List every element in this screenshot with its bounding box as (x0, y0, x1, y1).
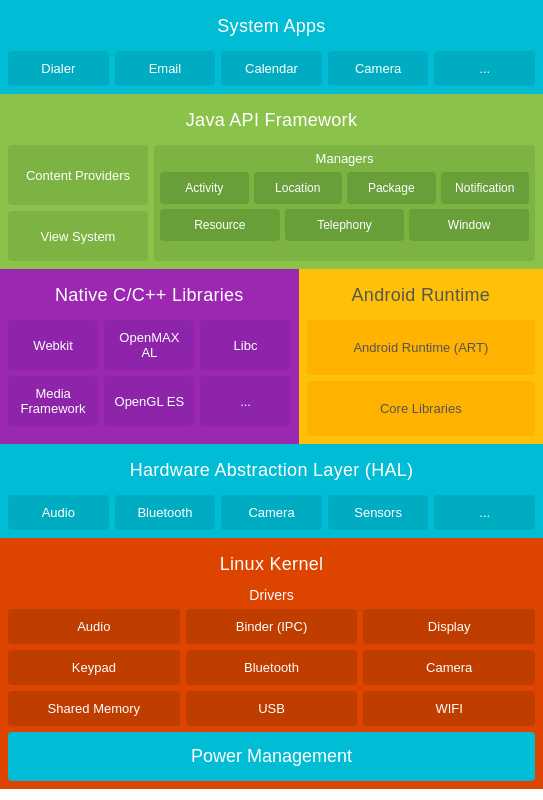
system-apps-layer: System Apps Dialer Email Calendar Camera… (0, 0, 543, 94)
telephony-manager: Telephony (285, 209, 405, 241)
media-framework-item: Media Framework (8, 376, 98, 426)
notification-manager: Notification (441, 172, 530, 204)
openmax-item: OpenMAX AL (104, 320, 194, 370)
view-system-item: View System (8, 211, 148, 261)
managers-grid: Activity Location Package Notification R… (160, 172, 529, 241)
hal-audio-item: Audio (8, 495, 109, 530)
hal-camera-item: Camera (221, 495, 322, 530)
kernel-wifi-item: WIFI (363, 691, 535, 726)
camera-item: Camera (328, 51, 429, 86)
managers-row-2: Resource Telephony Window (160, 209, 529, 241)
linux-kernel-title: Linux Kernel (8, 546, 535, 583)
kernel-binder-item: Binder (IPC) (186, 609, 358, 644)
kernel-usb-item: USB (186, 691, 358, 726)
java-api-layer: Java API Framework Content Providers Vie… (0, 94, 543, 269)
java-api-left: Content Providers View System (8, 145, 148, 261)
kernel-camera-item: Camera (363, 650, 535, 685)
kernel-sharedmem-item: Shared Memory (8, 691, 180, 726)
calendar-item: Calendar (221, 51, 322, 86)
kernel-row3: Shared Memory USB WIFI (8, 691, 535, 726)
core-libraries-item: Core Libraries (307, 381, 535, 436)
native-more-item: ... (200, 376, 290, 426)
android-runtime-layer: Android Runtime Android Runtime (ART) Co… (299, 269, 543, 444)
kernel-display-item: Display (363, 609, 535, 644)
java-api-title: Java API Framework (8, 102, 535, 139)
native-runtime-row: Native C/C++ Libraries Webkit OpenMAX AL… (0, 269, 543, 444)
managers-title: Managers (160, 151, 529, 166)
native-cpp-layer: Native C/C++ Libraries Webkit OpenMAX AL… (0, 269, 299, 444)
hal-sensors-item: Sensors (328, 495, 429, 530)
email-item: Email (115, 51, 216, 86)
content-providers-item: Content Providers (8, 145, 148, 205)
java-api-inner: Content Providers View System Managers A… (8, 145, 535, 261)
hal-more-item: ... (434, 495, 535, 530)
system-apps-items: Dialer Email Calendar Camera ... (8, 51, 535, 86)
hal-layer: Hardware Abstraction Layer (HAL) Audio B… (0, 444, 543, 538)
resource-manager: Resource (160, 209, 280, 241)
libc-item: Libc (200, 320, 290, 370)
kernel-bluetooth-item: Bluetooth (186, 650, 358, 685)
kernel-row2: Keypad Bluetooth Camera (8, 650, 535, 685)
android-runtime-title: Android Runtime (307, 277, 535, 314)
hal-bluetooth-item: Bluetooth (115, 495, 216, 530)
native-cpp-row2: Media Framework OpenGL ES ... (8, 376, 291, 426)
art-item: Android Runtime (ART) (307, 320, 535, 375)
linux-kernel-layer: Linux Kernel Drivers Audio Binder (IPC) … (0, 538, 543, 789)
more-items: ... (434, 51, 535, 86)
power-management-item: Power Management (8, 732, 535, 781)
native-cpp-title: Native C/C++ Libraries (8, 277, 291, 314)
android-runtime-art-row: Android Runtime (ART) (307, 320, 535, 375)
managers-row-1: Activity Location Package Notification (160, 172, 529, 204)
native-cpp-row1: Webkit OpenMAX AL Libc (8, 320, 291, 370)
opengl-item: OpenGL ES (104, 376, 194, 426)
kernel-keypad-item: Keypad (8, 650, 180, 685)
hal-title: Hardware Abstraction Layer (HAL) (8, 452, 535, 489)
kernel-row1: Audio Binder (IPC) Display (8, 609, 535, 644)
hal-items: Audio Bluetooth Camera Sensors ... (8, 495, 535, 530)
webkit-item: Webkit (8, 320, 98, 370)
drivers-title: Drivers (8, 587, 535, 603)
system-apps-title: System Apps (8, 8, 535, 45)
kernel-audio-item: Audio (8, 609, 180, 644)
activity-manager: Activity (160, 172, 249, 204)
android-runtime-core-row: Core Libraries (307, 381, 535, 436)
location-manager: Location (254, 172, 343, 204)
dialer-item: Dialer (8, 51, 109, 86)
java-api-right: Managers Activity Location Package Notif… (154, 145, 535, 261)
window-manager: Window (409, 209, 529, 241)
package-manager: Package (347, 172, 436, 204)
